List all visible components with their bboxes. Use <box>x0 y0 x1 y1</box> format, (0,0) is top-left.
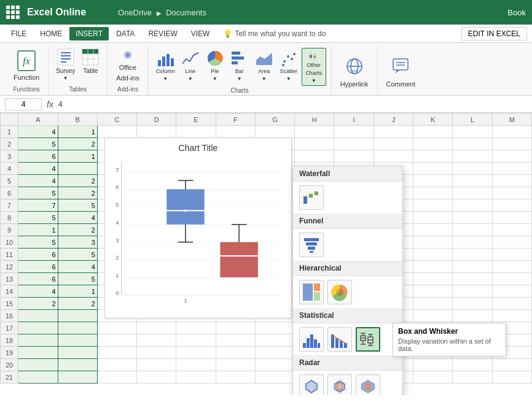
line-chart-btn[interactable]: Line ▼ <box>179 48 202 86</box>
cell-10-15[interactable] <box>413 298 453 310</box>
treemap-chart-icon[interactable] <box>299 280 324 304</box>
cell-11-5[interactable] <box>453 175 492 187</box>
cell-a9[interactable]: 1 <box>18 224 58 236</box>
cell-8-1[interactable] <box>334 126 374 138</box>
cell-a4[interactable]: 4 <box>18 163 58 175</box>
cell-10-14[interactable] <box>413 285 453 298</box>
cell-10-21[interactable] <box>413 371 453 384</box>
pie-chart-btn[interactable]: Pie ▼ <box>203 48 227 86</box>
cell-5-17[interactable] <box>216 322 255 334</box>
cell-5-1[interactable] <box>216 126 255 138</box>
cell-3-20[interactable] <box>137 359 176 371</box>
cell-4-19[interactable] <box>176 347 216 359</box>
col-header-m[interactable]: M <box>492 114 531 126</box>
cell-10-9[interactable] <box>413 224 453 236</box>
cell-12-9[interactable] <box>492 224 531 236</box>
menu-insert[interactable]: INSERT <box>69 27 109 40</box>
comment-btn[interactable]: Comment <box>383 53 420 91</box>
cell-11-16[interactable] <box>453 310 492 322</box>
cell-10-7[interactable] <box>413 199 453 212</box>
cell-10-11[interactable] <box>413 249 453 261</box>
cell-9-3[interactable] <box>374 150 413 163</box>
row-header-14[interactable]: 14 <box>1 285 18 298</box>
cell-12-12[interactable] <box>492 261 531 273</box>
cell-6-18[interactable] <box>255 334 294 347</box>
path-part2[interactable]: Documents <box>166 8 206 17</box>
cell-b6[interactable]: 2 <box>58 187 97 199</box>
col-header-i[interactable]: I <box>334 114 374 126</box>
cell-11-12[interactable] <box>453 261 492 273</box>
funnel-chart-icon[interactable] <box>299 233 324 257</box>
cell-10-4[interactable] <box>413 163 453 175</box>
cell-7-3[interactable] <box>295 150 334 163</box>
chart-area[interactable]: Chart Title 0 1 2 3 4 5 6 7 <box>104 137 292 318</box>
row-header-6[interactable]: 6 <box>1 187 18 199</box>
hyperlink-btn[interactable]: Hyperlink <box>337 53 372 91</box>
cell-11-15[interactable] <box>453 298 492 310</box>
row-header-16[interactable]: 16 <box>1 310 18 322</box>
boxwhisker-chart-icon[interactable] <box>356 327 380 352</box>
cell-a16[interactable] <box>18 310 58 322</box>
menu-file[interactable]: FILE <box>5 27 33 40</box>
row-header-7[interactable]: 7 <box>1 199 18 212</box>
cell-10-10[interactable] <box>413 236 453 249</box>
row-header-1[interactable]: 1 <box>1 126 18 138</box>
row-header-17[interactable]: 17 <box>1 322 18 334</box>
cell-2-20[interactable] <box>97 359 136 371</box>
row-header-21[interactable]: 21 <box>1 371 18 384</box>
cell-12-5[interactable] <box>492 175 531 187</box>
cell-3-21[interactable] <box>137 371 176 384</box>
cell-b3[interactable]: 1 <box>58 150 97 163</box>
sunburst-chart-icon[interactable] <box>327 280 352 304</box>
cell-b12[interactable]: 4 <box>58 261 97 273</box>
cell-12-3[interactable] <box>492 150 531 163</box>
col-header-j[interactable]: J <box>374 114 413 126</box>
cell-b13[interactable]: 5 <box>58 273 97 285</box>
cell-10-5[interactable] <box>413 175 453 187</box>
cell-12-16[interactable] <box>492 310 531 322</box>
cell-b17[interactable] <box>58 322 97 334</box>
cell-8-2[interactable] <box>334 138 374 150</box>
other-charts-btn[interactable]: Other Charts ▼ <box>302 48 326 86</box>
row-header-13[interactable]: 13 <box>1 273 18 285</box>
cell-b18[interactable] <box>58 334 97 347</box>
col-header-c[interactable]: C <box>97 114 136 126</box>
cell-11-20[interactable] <box>453 359 492 371</box>
cell-a5[interactable]: 4 <box>18 175 58 187</box>
cell-12-20[interactable] <box>492 359 531 371</box>
cell-12-8[interactable] <box>492 212 531 224</box>
menu-review[interactable]: REVIEW <box>142 27 183 40</box>
cell-a19[interactable] <box>18 347 58 359</box>
cell-b10[interactable]: 3 <box>58 236 97 249</box>
col-header-d[interactable]: D <box>137 114 176 126</box>
cell-11-7[interactable] <box>453 199 492 212</box>
cell-b4[interactable] <box>58 163 97 175</box>
cell-a17[interactable] <box>18 322 58 334</box>
table-btn[interactable]: Table <box>79 47 102 85</box>
cell-2-18[interactable] <box>97 334 136 347</box>
office-addins-btn[interactable]: ⊕ Office Add-ins <box>112 47 143 85</box>
cell-2-21[interactable] <box>97 371 136 384</box>
edit-in-excel-btn[interactable]: EDIT IN EXCEL <box>461 27 527 40</box>
row-header-18[interactable]: 18 <box>1 334 18 347</box>
cell-10-6[interactable] <box>413 187 453 199</box>
radar1-chart-icon[interactable] <box>299 374 324 395</box>
cell-7-1[interactable] <box>295 126 334 138</box>
cell-11-1[interactable] <box>453 126 492 138</box>
row-header-3[interactable]: 3 <box>1 150 18 163</box>
cell-4-1[interactable] <box>176 126 216 138</box>
cell-b21[interactable] <box>58 371 97 384</box>
histogram-chart-icon[interactable] <box>299 327 324 352</box>
cell-b11[interactable]: 5 <box>58 249 97 261</box>
cell-a7[interactable]: 7 <box>18 199 58 212</box>
cell-12-7[interactable] <box>492 199 531 212</box>
column-chart-btn[interactable]: Column ▼ <box>154 48 178 86</box>
cell-a2[interactable]: 5 <box>18 138 58 150</box>
cell-10-20[interactable] <box>413 359 453 371</box>
row-header-12[interactable]: 12 <box>1 261 18 273</box>
cell-11-8[interactable] <box>453 212 492 224</box>
cell-a13[interactable]: 6 <box>18 273 58 285</box>
cell-5-19[interactable] <box>216 347 255 359</box>
cell-b14[interactable]: 1 <box>58 285 97 298</box>
cell-b2[interactable]: 2 <box>58 138 97 150</box>
